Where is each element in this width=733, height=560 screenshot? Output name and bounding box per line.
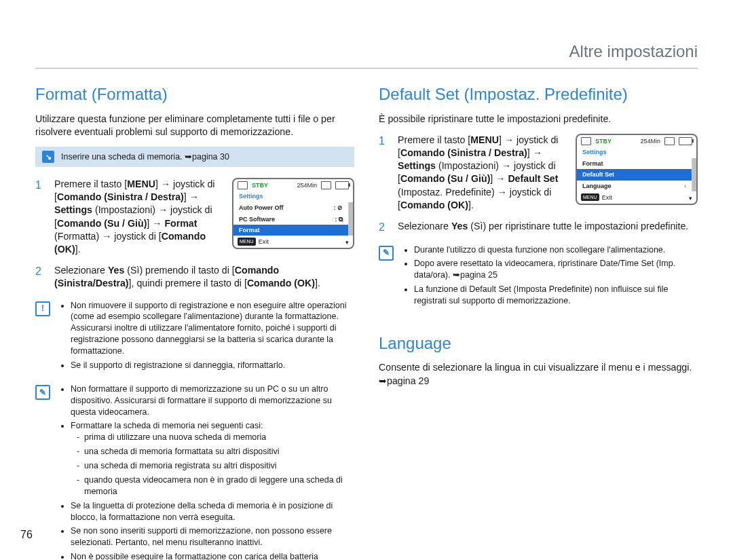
scrollbar[interactable]	[692, 158, 696, 191]
menu-item[interactable]: Format	[577, 158, 692, 169]
note-box: ↘ Inserire una scheda di memoria. ➥pagin…	[35, 147, 354, 167]
defaultset-intro: È possibile ripristinare tutte le impost…	[379, 113, 698, 126]
lcd-defaultset: STBY 254Min Settings Format Default	[576, 134, 698, 205]
ds-step-2: Selezionare Yes (Sì) per ripristinare tu…	[398, 220, 698, 235]
time-remaining: 254Min	[297, 181, 317, 189]
hint-bullet: La funzione di Default Set (Imposta Pred…	[414, 284, 698, 307]
battery-icon	[679, 137, 692, 145]
card2-icon	[664, 137, 675, 145]
warn-bullet: Se il supporto di registrazione si danne…	[71, 360, 354, 371]
stby-label: STBY	[252, 181, 268, 189]
lcd-menu-title: Settings	[233, 191, 353, 202]
lcd-format: STBY 254Min Settings Auto Power Off: ⊘	[232, 178, 354, 249]
note-text: Inserire una scheda di memoria. ➥pagina …	[61, 151, 229, 163]
language-heading: Language	[379, 333, 698, 354]
page-header: Altre impostazioni	[35, 0, 698, 69]
hint-bullet: Se non sono inseriti supporti di memoriz…	[71, 525, 354, 548]
hint-sub: prima di utilizzare una nuova scheda di …	[84, 432, 354, 443]
step-number: 1	[379, 134, 387, 212]
page-number: 76	[20, 527, 33, 542]
language-text: Consente di selezionare la lingua in cui…	[379, 361, 698, 387]
exit-label: Exit	[259, 238, 269, 246]
defaultset-heading: Default Set (Impostaz. Predefinite)	[379, 83, 698, 105]
menu-item-selected[interactable]: Default Set	[577, 169, 692, 180]
chevron-down-icon: ▾	[345, 238, 349, 246]
scrollbar[interactable]	[349, 202, 353, 235]
hint-bullet: Durante l'utilizzo di questa funzione no…	[414, 244, 698, 256]
hint-bullet: Non è possibile eseguire la formattazion…	[71, 551, 354, 560]
menu-badge: MENU	[238, 238, 256, 245]
format-intro: Utilizzare questa funzione per eliminare…	[35, 113, 354, 138]
format-heading: Format (Formatta)	[35, 83, 354, 105]
right-column: Default Set (Impostaz. Predefinite) È po…	[379, 83, 698, 560]
hint-bullet: Formattare la scheda di memoria nei segu…	[71, 420, 354, 497]
warn-bullet: Non rimuovere il supporto di registrazio…	[71, 300, 354, 357]
menu-badge: MENU	[581, 193, 599, 201]
card-icon	[581, 137, 591, 145]
ds-step-1: Premere il tasto [MENU] → joystick di [C…	[398, 134, 569, 212]
hint-bullet: Se la linguetta di protezione della sche…	[71, 500, 354, 523]
exit-label: Exit	[602, 193, 612, 202]
left-column: Format (Formatta) Utilizzare questa funz…	[35, 83, 354, 560]
hint-bullet: Dopo avere resettato la videocamera, rip…	[414, 258, 698, 281]
step-number: 2	[35, 264, 43, 290]
menu-item[interactable]: PC Software: ⧉	[233, 214, 348, 225]
stby-label: STBY	[595, 137, 612, 145]
time-remaining: 254Min	[640, 137, 660, 145]
step-1-text: Premere il tasto [MENU] → joystick di [C…	[54, 178, 225, 256]
hint-sub: quando questa videocamera non è in grado…	[84, 474, 354, 498]
step-number: 1	[35, 178, 43, 256]
menu-item[interactable]: Auto Power Off: ⊘	[233, 202, 348, 213]
hint-sub: una scheda di memoria registrata su altr…	[84, 460, 354, 472]
hint-block: ✎ Non formattare il supporto di memorizz…	[35, 384, 354, 560]
menu-item-selected[interactable]: Format	[233, 225, 348, 236]
note-icon: ↘	[42, 151, 54, 163]
chevron-down-icon: ▾	[689, 194, 692, 202]
card-icon	[238, 181, 248, 189]
hint-icon: ✎	[379, 246, 394, 261]
hint-sub: una scheda di memoria formattata su altr…	[84, 446, 354, 458]
hint-bullet: Non formattare il supporto di memorizzaz…	[71, 384, 354, 418]
warning-icon: !	[35, 301, 50, 316]
warning-block: ! Non rimuovere il supporto di registraz…	[35, 300, 354, 374]
hint-block: ✎ Durante l'utilizzo di questa funzione …	[379, 244, 698, 310]
step-number: 2	[379, 220, 387, 235]
hint-icon: ✎	[35, 385, 50, 400]
step-2-text: Selezionare Yes (Sì) premendo il tasto d…	[54, 264, 354, 290]
lcd-menu-title: Settings	[577, 147, 696, 158]
card2-icon	[321, 181, 331, 189]
menu-item[interactable]: Language	[577, 181, 692, 191]
battery-icon	[335, 181, 349, 189]
